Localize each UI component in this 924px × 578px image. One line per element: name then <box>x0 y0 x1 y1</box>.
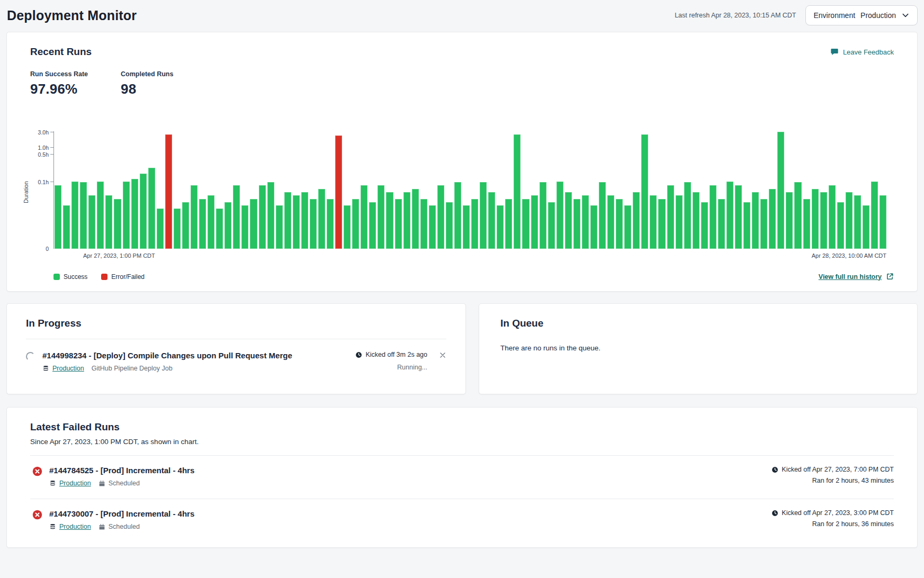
run-bar-success[interactable] <box>208 195 214 249</box>
run-bar-success[interactable] <box>565 192 572 249</box>
run-bar-success[interactable] <box>148 168 155 249</box>
run-bar-success[interactable] <box>284 192 291 249</box>
run-bar-success[interactable] <box>241 205 248 249</box>
run-bar-success[interactable] <box>531 195 538 249</box>
run-bar-success[interactable] <box>557 182 563 249</box>
run-bar-success[interactable] <box>616 199 623 249</box>
run-bar-success[interactable] <box>97 182 104 249</box>
run-bar-success[interactable] <box>412 189 419 249</box>
run-bar-failed[interactable] <box>165 134 172 249</box>
run-bar-success[interactable] <box>88 195 95 249</box>
run-bar-success[interactable] <box>395 199 402 249</box>
run-bar-success[interactable] <box>837 202 844 249</box>
run-bar-success[interactable] <box>777 132 784 249</box>
run-bar-success[interactable] <box>182 202 189 249</box>
run-bar-success[interactable] <box>710 185 716 249</box>
run-bar-success[interactable] <box>199 199 206 249</box>
run-bar-success[interactable] <box>386 192 393 249</box>
close-icon[interactable] <box>439 351 446 372</box>
run-bar-success[interactable] <box>514 134 521 249</box>
run-bar-success[interactable] <box>633 192 640 249</box>
run-bar-success[interactable] <box>105 195 112 249</box>
run-bar-success[interactable] <box>582 195 589 249</box>
run-bar-success[interactable] <box>437 185 444 249</box>
run-bar-success[interactable] <box>624 205 631 249</box>
run-bar-success[interactable] <box>871 182 878 249</box>
run-bar-success[interactable] <box>403 192 410 249</box>
run-bar-success[interactable] <box>650 195 657 249</box>
run-bar-success[interactable] <box>378 185 384 249</box>
run-bar-success[interactable] <box>693 192 699 249</box>
run-bar-success[interactable] <box>123 182 130 249</box>
run-bar-success[interactable] <box>157 209 164 249</box>
run-bar-success[interactable] <box>191 185 198 249</box>
run-bar-success[interactable] <box>820 192 827 249</box>
run-bar-success[interactable] <box>463 205 470 249</box>
run-bar-success[interactable] <box>429 205 436 249</box>
run-bar-success[interactable] <box>55 185 61 249</box>
run-bar-success[interactable] <box>140 174 147 249</box>
run-bar-success[interactable] <box>743 202 750 249</box>
run-bar-success[interactable] <box>250 199 257 249</box>
run-bar-success[interactable] <box>599 182 606 249</box>
run-bar-success[interactable] <box>863 205 869 249</box>
run-bar-success[interactable] <box>131 179 138 249</box>
run-bar-success[interactable] <box>880 195 886 249</box>
run-bar-success[interactable] <box>812 189 819 249</box>
run-bar-success[interactable] <box>293 195 300 249</box>
run-bar-success[interactable] <box>471 199 478 249</box>
run-bar-success[interactable] <box>301 192 308 249</box>
run-bar-success[interactable] <box>726 182 733 249</box>
run-bar-success[interactable] <box>829 185 836 249</box>
run-bar-success[interactable] <box>607 195 614 249</box>
run-bar-success[interactable] <box>846 192 853 249</box>
run-bar-success[interactable] <box>259 185 266 249</box>
run-bar-success[interactable] <box>446 202 453 249</box>
run-bar-success[interactable] <box>327 199 334 249</box>
run-bar-success[interactable] <box>701 202 708 249</box>
run-bar-success[interactable] <box>71 182 78 249</box>
run-bar-success[interactable] <box>522 199 529 249</box>
run-bar-success[interactable] <box>80 182 87 249</box>
run-bar-success[interactable] <box>480 182 487 249</box>
environment-link[interactable]: Production <box>59 480 91 487</box>
run-bar-success[interactable] <box>641 134 648 249</box>
run-bar-success[interactable] <box>667 185 674 249</box>
run-bar-success[interactable] <box>676 195 683 249</box>
run-bar-success[interactable] <box>684 182 691 249</box>
run-bar-success[interactable] <box>752 192 759 249</box>
run-bar-success[interactable] <box>454 182 461 249</box>
view-full-run-history-link[interactable]: View full run history <box>819 273 894 281</box>
run-bar-success[interactable] <box>573 199 580 249</box>
environment-link[interactable]: Production <box>59 523 91 530</box>
run-bar-success[interactable] <box>233 185 240 249</box>
run-bar-success[interactable] <box>658 199 665 249</box>
run-bar-success[interactable] <box>420 199 427 249</box>
run-bar-success[interactable] <box>548 202 555 249</box>
run-bar-success[interactable] <box>803 199 810 249</box>
run-bar-success[interactable] <box>488 192 495 249</box>
run-bar-success[interactable] <box>276 205 283 249</box>
run-bar-success[interactable] <box>718 199 725 249</box>
run-bar-success[interactable] <box>267 182 274 249</box>
run-name[interactable]: #144998234 - [Deploy] Compile Changes up… <box>42 351 347 360</box>
run-bar-success[interactable] <box>174 209 181 249</box>
run-bar-success[interactable] <box>63 205 70 249</box>
run-name[interactable]: #144784525 - [Prod] Incremental - 4hrs <box>49 466 763 475</box>
run-bar-success[interactable] <box>769 189 776 249</box>
run-bar-success[interactable] <box>216 209 223 249</box>
run-bar-success[interactable] <box>352 199 359 249</box>
run-bar-success[interactable] <box>344 205 351 249</box>
run-bar-success[interactable] <box>854 195 861 249</box>
run-bar-success[interactable] <box>794 182 801 249</box>
environment-link[interactable]: Production <box>52 365 84 372</box>
run-bar-success[interactable] <box>590 205 597 249</box>
run-bar-success[interactable] <box>310 199 317 249</box>
run-bar-success[interactable] <box>361 185 367 249</box>
run-bar-success[interactable] <box>318 189 325 249</box>
run-bar-success[interactable] <box>760 199 767 249</box>
run-bar-success[interactable] <box>505 199 512 249</box>
environment-dropdown[interactable]: Environment Production <box>805 5 918 25</box>
run-bar-success[interactable] <box>225 202 231 249</box>
run-bar-success[interactable] <box>497 205 504 249</box>
